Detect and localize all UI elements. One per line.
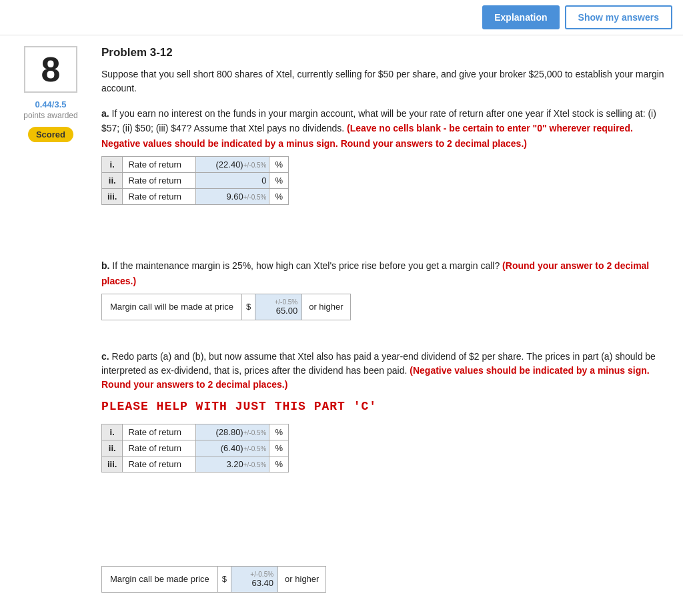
- value-cell-i[interactable]: (22.40)+/-0.5%: [196, 157, 269, 173]
- part-a-bold: a.: [101, 108, 109, 119]
- col-label-ii: Rate of return: [123, 173, 196, 189]
- table-row: ii. Rate of return (6.40)+/-0.5% %: [102, 440, 289, 456]
- part-b-value: 65.00: [276, 306, 298, 316]
- c-value-cell-iii[interactable]: 3.20+/-0.5%: [196, 456, 269, 472]
- help-text: PLEASE HELP WITH JUST THIS PART 'C': [101, 400, 672, 413]
- problem-number: 8: [41, 49, 61, 89]
- c-col-label-ii: Rate of return: [123, 440, 196, 456]
- part-c-bold: c.: [101, 351, 109, 362]
- points-sub: points awarded: [23, 111, 77, 120]
- part-b-margin-call-row: Margin call will be made at price $ +/-0…: [101, 294, 672, 320]
- part-c-table: i. Rate of return (28.80)+/-0.5% % ii. R…: [101, 424, 289, 473]
- col-label-i: Rate of return: [123, 157, 196, 173]
- unit-i: %: [269, 157, 289, 173]
- part-b-tolerance: +/-0.5%: [274, 298, 297, 306]
- c-tolerance-i: +/-0.5%: [243, 429, 267, 436]
- table-row: ii. Rate of return 0 %: [102, 173, 289, 189]
- c-unit-iii: %: [269, 456, 289, 472]
- scored-badge: Scored: [28, 127, 73, 142]
- part-c-margin-call-label: Margin call be made price: [101, 566, 218, 593]
- col-label-iii: Rate of return: [123, 189, 196, 205]
- tolerance-iii: +/-0.5%: [243, 194, 267, 201]
- problem-description: Suppose that you sell short 800 shares o…: [101, 67, 672, 95]
- c-unit-ii: %: [269, 440, 289, 456]
- part-c-value: 63.40: [252, 578, 274, 588]
- part-c-margin-call-row: Margin call be made price $ +/-0.5% 63.4…: [101, 566, 672, 593]
- part-b-label: b. If the maintenance margin is 25%, how…: [101, 258, 672, 288]
- left-column: 8 0.44/3.5 points awarded Scored: [11, 46, 91, 609]
- problem-title: Problem 3-12: [101, 46, 672, 59]
- part-c-tolerance: +/-0.5%: [250, 571, 273, 578]
- part-a-table: i. Rate of return (22.40)+/-0.5% % ii. R…: [101, 156, 289, 205]
- row-label-ii: ii.: [102, 173, 123, 189]
- table-row: i. Rate of return (28.80)+/-0.5% %: [102, 424, 289, 440]
- value-cell-iii[interactable]: 9.60+/-0.5%: [196, 189, 269, 205]
- c-value-cell-i[interactable]: (28.80)+/-0.5%: [196, 424, 269, 440]
- part-b-dollar: $: [242, 294, 255, 320]
- c-col-label-iii: Rate of return: [123, 456, 196, 472]
- main-content: 8 0.44/3.5 points awarded Scored Problem…: [0, 35, 683, 616]
- right-column: Problem 3-12 Suppose that you sell short…: [101, 46, 672, 609]
- c-value-cell-ii[interactable]: (6.40)+/-0.5%: [196, 440, 269, 456]
- c-row-label-iii: iii.: [102, 456, 123, 472]
- part-b-or-higher: or higher: [302, 294, 350, 320]
- c-unit-i: %: [269, 424, 289, 440]
- problem-number-box: 8: [24, 46, 77, 93]
- part-c-value-input[interactable]: +/-0.5% 63.40: [231, 566, 278, 593]
- row-label-i: i.: [102, 157, 123, 173]
- part-b-text: If the maintenance margin is 25%, how hi…: [112, 260, 500, 271]
- points-text: 0.44/3.5: [35, 99, 67, 111]
- part-c-label: c. Redo parts (a) and (b), but now assum…: [101, 350, 672, 392]
- top-bar: Explanation Show my answers: [0, 0, 683, 35]
- explanation-button[interactable]: Explanation: [482, 5, 559, 29]
- unit-ii: %: [269, 173, 289, 189]
- c-col-label-i: Rate of return: [123, 424, 196, 440]
- part-c-or-higher: or higher: [278, 566, 326, 593]
- tolerance-i: +/-0.5%: [243, 162, 267, 169]
- c-row-label-i: i.: [102, 424, 123, 440]
- part-b-bold: b.: [101, 260, 109, 271]
- row-label-iii: iii.: [102, 189, 123, 205]
- table-row: i. Rate of return (22.40)+/-0.5% %: [102, 157, 289, 173]
- c-tolerance-iii: +/-0.5%: [243, 461, 267, 469]
- unit-iii: %: [269, 189, 289, 205]
- part-a-label: a. If you earn no interest on the funds …: [101, 106, 672, 151]
- table-row: iii. Rate of return 3.20+/-0.5% %: [102, 456, 289, 472]
- part-c-dollar: $: [218, 566, 231, 593]
- c-row-label-ii: ii.: [102, 440, 123, 456]
- value-cell-ii[interactable]: 0: [196, 173, 269, 189]
- part-b-value-input[interactable]: +/-0.5% 65.00: [255, 294, 302, 320]
- part-b-margin-call-label: Margin call will be made at price: [101, 294, 242, 320]
- c-tolerance-ii: +/-0.5%: [243, 445, 267, 452]
- table-row: iii. Rate of return 9.60+/-0.5% %: [102, 189, 289, 205]
- show-answers-button[interactable]: Show my answers: [565, 5, 672, 29]
